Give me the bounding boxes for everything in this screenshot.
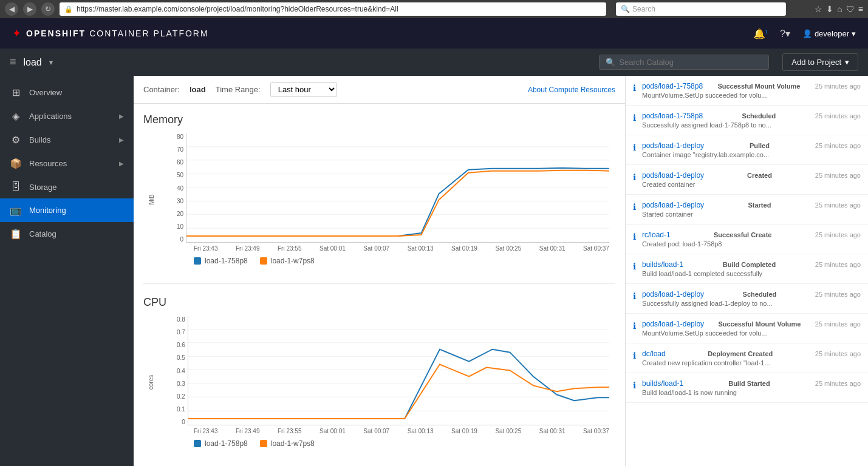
event-item: ℹ builds/load-1 Build Completed 25 minut… — [626, 254, 868, 284]
event-body-3: pods/load-1-deploy Created 25 minutes ag… — [642, 171, 861, 188]
cpu-legend-orange-label: load-1-w7ps8 — [271, 439, 315, 448]
browser-search-placeholder: Search — [632, 5, 655, 13]
brand-openshift: OPENSHIFT — [26, 29, 86, 38]
event-header-4: pods/load-1-deploy Started 25 minutes ag… — [642, 201, 861, 209]
sidebar-label-resources: Resources — [29, 159, 112, 168]
memory-chart-title: Memory — [143, 113, 615, 126]
url-text: https://master.lab.example.com/console/p… — [77, 5, 398, 13]
event-info-icon: ℹ — [633, 113, 636, 123]
browser-icons: ☆ ⬇ ⌂ 🛡 ≡ — [815, 4, 863, 14]
event-info-icon: ℹ — [633, 262, 636, 271]
event-header-3: pods/load-1-deploy Created 25 minutes ag… — [642, 171, 861, 180]
sidebar-label-monitoring: Monitoring — [29, 206, 124, 215]
cpu-legend-blue-dot — [194, 440, 201, 447]
sidebar-label-storage: Storage — [29, 183, 124, 192]
bookmark-star-icon[interactable]: ☆ — [815, 4, 822, 14]
sidebar-item-overview[interactable]: ⊞ Overview — [0, 81, 134, 104]
event-desc-8: MountVolume.SetUp succeeded for volu... — [642, 329, 861, 337]
sidebar-item-monitoring[interactable]: 📺 Monitoring — [0, 198, 134, 222]
downloads-icon[interactable]: ⬇ — [826, 4, 833, 14]
user-label: developer — [815, 29, 849, 38]
event-item: ℹ pods/load-1-deploy Scheduled 25 minute… — [626, 284, 868, 314]
event-info-icon: ℹ — [633, 143, 636, 152]
sidebar-item-catalog[interactable]: 📋 Catalog — [0, 222, 134, 246]
event-link-1[interactable]: pods/load-1-758p8 — [642, 112, 703, 120]
event-link-10[interactable]: builds/load-1 — [642, 379, 683, 388]
event-header-2: pods/load-1-deploy Pulled 25 minutes ago — [642, 141, 861, 150]
event-link-4[interactable]: pods/load-1-deploy — [642, 201, 704, 209]
event-item: ℹ pods/load-1-deploy Pulled 25 minutes a… — [626, 135, 868, 165]
url-bar[interactable]: 🔒 https://master.lab.example.com/console… — [60, 2, 606, 16]
add-to-project-button[interactable]: Add to Project ▾ — [782, 53, 858, 71]
event-link-0[interactable]: pods/load-1-758p8 — [642, 82, 703, 90]
event-item: ℹ pods/load-1-758p8 Scheduled 25 minutes… — [626, 106, 868, 135]
search-catalog-input[interactable] — [619, 58, 762, 67]
event-link-8[interactable]: pods/load-1-deploy — [642, 320, 704, 328]
event-body-4: pods/load-1-deploy Started 25 minutes ag… — [642, 201, 861, 218]
search-catalog-container[interactable]: 🔍 — [599, 55, 769, 70]
event-body-7: pods/load-1-deploy Scheduled 25 minutes … — [642, 290, 861, 307]
sidebar-item-builds[interactable]: ⚙ Builds ▶ — [0, 128, 134, 152]
memory-legend-orange-label: load-1-w7ps8 — [271, 257, 315, 265]
event-status-8: Successful Mount Volume — [718, 320, 801, 328]
event-time-4: 25 minutes ago — [815, 201, 861, 209]
user-menu[interactable]: 👤 developer ▾ — [802, 29, 856, 38]
help-icon[interactable]: ?▾ — [780, 28, 790, 39]
cpu-chart-title: CPU — [143, 296, 615, 309]
memory-chart-svg — [186, 133, 609, 242]
event-item: ℹ pods/load-1-deploy Started 25 minutes … — [626, 195, 868, 225]
event-body-0: pods/load-1-758p8 Successful Mount Volum… — [642, 82, 861, 99]
browser-search[interactable]: 🔍 Search — [616, 2, 786, 16]
sidebar-label-builds: Builds — [29, 135, 112, 144]
hamburger-menu[interactable]: ≡ — [10, 56, 16, 69]
events-list: ℹ pods/load-1-758p8 Successful Mount Vol… — [626, 76, 868, 403]
applications-arrow-icon: ▶ — [119, 113, 124, 120]
builds-arrow-icon: ▶ — [119, 137, 124, 143]
applications-icon: ◈ — [10, 110, 22, 122]
event-item: ℹ rc/load-1 Successful Create 25 minutes… — [626, 225, 868, 254]
add-to-project-dropdown-icon: ▾ — [845, 58, 849, 67]
event-link-6[interactable]: builds/load-1 — [642, 260, 683, 269]
memory-x-axis: Fri 23:43 Fri 23:49 Fri 23:55 Sat 00:01 … — [194, 245, 609, 252]
shield-icon[interactable]: 🛡 — [846, 4, 855, 14]
event-header-8: pods/load-1-deploy Successful Mount Volu… — [642, 320, 861, 328]
event-link-7[interactable]: pods/load-1-deploy — [642, 290, 704, 299]
event-link-2[interactable]: pods/load-1-deploy — [642, 141, 704, 150]
event-body-5: rc/load-1 Successful Create 25 minutes a… — [642, 231, 861, 248]
time-range-select[interactable]: Last hour Last 4 hours Last day — [270, 82, 337, 97]
refresh-button[interactable]: ↻ — [41, 2, 55, 16]
event-desc-4: Started container — [642, 211, 861, 218]
user-icon: 👤 — [802, 29, 812, 38]
event-link-5[interactable]: rc/load-1 — [642, 231, 671, 239]
home-icon[interactable]: ⌂ — [837, 4, 842, 14]
forward-button[interactable]: ▶ — [23, 2, 36, 16]
event-link-9[interactable]: dc/load — [642, 350, 666, 358]
notification-icon[interactable]: 🔔1 — [753, 28, 768, 39]
project-dropdown-icon[interactable]: ▾ — [49, 58, 53, 67]
back-button[interactable]: ◀ — [5, 2, 18, 16]
event-time-8: 25 minutes ago — [815, 320, 861, 328]
cpu-legend-blue-label: load-1-758p8 — [205, 439, 248, 448]
event-time-5: 25 minutes ago — [815, 231, 861, 238]
event-body-10: builds/load-1 Build Started 25 minutes a… — [642, 379, 861, 396]
event-info-icon: ℹ — [633, 291, 636, 301]
cpu-chart-area — [188, 316, 609, 425]
sidebar-item-resources[interactable]: 📦 Resources ▶ — [0, 152, 134, 175]
event-status-10: Build Started — [728, 380, 770, 387]
about-compute-resources-link[interactable]: About Compute Resources — [528, 86, 615, 94]
charts-area: Memory MiB 80 70 60 50 40 30 20 10 — [134, 104, 625, 466]
event-time-2: 25 minutes ago — [815, 142, 861, 149]
resources-arrow-icon: ▶ — [119, 160, 124, 167]
event-time-9: 25 minutes ago — [815, 350, 861, 357]
cpu-chart-section: CPU cores 0.8 0.7 0.6 0.5 0.4 0.3 0.2 0.… — [143, 296, 615, 448]
event-header-0: pods/load-1-758p8 Successful Mount Volum… — [642, 82, 861, 90]
browser-chrome: ◀ ▶ ↻ 🔒 https://master.lab.example.com/c… — [0, 0, 868, 18]
catalog-icon: 📋 — [10, 228, 22, 240]
menu-icon[interactable]: ≡ — [858, 4, 863, 14]
sidebar-item-storage[interactable]: 🗄 Storage — [0, 175, 134, 198]
event-desc-2: Container image "registry.lab.example.co… — [642, 151, 861, 158]
event-link-3[interactable]: pods/load-1-deploy — [642, 171, 704, 180]
event-item: ℹ pods/load-1-deploy Successful Mount Vo… — [626, 314, 868, 343]
event-item: ℹ dc/load Deployment Created 25 minutes … — [626, 343, 868, 373]
sidebar-item-applications[interactable]: ◈ Applications ▶ — [0, 104, 134, 128]
